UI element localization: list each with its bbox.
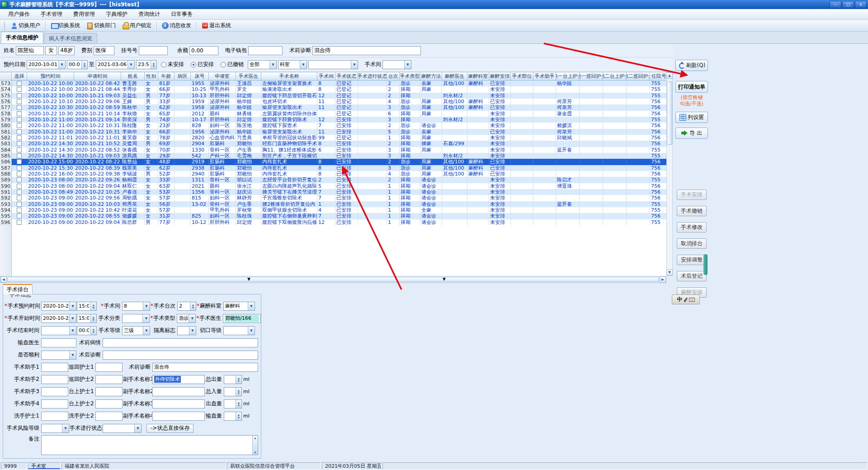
scrub-nurse1-field[interactable] [95,387,123,396]
table-row[interactable]: 5912020-10-23 08:492020-10-22 10:25卢春连女5… [0,189,666,195]
vertical-scroll-thumb[interactable] [667,81,672,145]
table-row[interactable]: 5792020-10-22 11:002020-10-21 09:14郭奕深男7… [0,117,666,123]
minimize-button[interactable]: — [830,1,841,8]
select-cell[interactable] [12,213,27,219]
column-header[interactable]: 年龄 [158,72,175,81]
column-header[interactable]: 第一台上护士 [556,72,580,81]
transfusion-doctor-field[interactable] [41,338,76,347]
select-cell[interactable] [12,81,27,86]
table-row[interactable]: 5822020-10-22 11:012020-10-22 11:01黄芙蓉女7… [0,135,666,141]
table-row[interactable]: 5932020-10-23 09:002020-10-22 10:03韩秀英女5… [0,201,666,207]
row-checkbox[interactable] [17,214,22,218]
select-cell[interactable] [12,117,27,123]
toolbar-button[interactable]: 消息收发 [159,21,194,31]
menu-item[interactable]: 日常事务 [165,10,198,19]
assistant3-field[interactable] [41,387,68,396]
preop-condition-field[interactable] [103,338,258,347]
toolbar-button[interactable]: 用户锁定 [119,21,155,31]
risk-grade-select[interactable]: ▼ [41,424,69,433]
select-cell[interactable] [12,141,27,147]
ime-pen-icon[interactable] [684,297,688,302]
column-header[interactable]: 手术助手 [533,72,556,81]
sub-surgery1-field[interactable]: 外痔切除术 [152,375,205,384]
sub-surgery2-field[interactable] [152,387,205,396]
row-checkbox[interactable] [17,141,22,146]
ime-language-indicator[interactable]: 中 [677,296,683,304]
assistant1-field[interactable] [41,363,68,372]
table-row[interactable]: 5842020-10-22 14:302020-10-22 08:52张春娥女7… [0,147,666,153]
surgeon-field[interactable]: 郑晓怡/166 [223,314,261,323]
room-select[interactable]: 8▼ [122,302,150,311]
date-from-picker[interactable]: 2020-10-01▼ [27,60,66,69]
column-header[interactable]: 申请时间 [74,72,121,81]
column-header[interactable]: 手术名称 [261,72,317,81]
toolbar-button[interactable]: 退出系统 [198,21,234,31]
menu-item[interactable]: 字典维护 [100,10,133,19]
column-settings-button[interactable]: 列设置 [675,112,708,123]
toolbar-button[interactable]: 切换用户 [8,21,43,31]
column-header[interactable]: 第二台上护士 [603,72,627,81]
select-cell[interactable] [12,147,27,153]
toolbar-button[interactable]: 切换部门 [83,21,119,31]
table-row[interactable]: 5952020-10-23 09:002020-10-22 08:55饶媛媛女3… [0,213,666,219]
assistant2-field[interactable] [41,375,68,384]
sub-surgery4-field[interactable] [152,412,205,421]
table-row[interactable]: 5752020-10-22 10:002020-10-21 09:03吴益生男7… [0,93,666,99]
select-cell[interactable] [12,183,27,189]
row-checkbox[interactable] [17,220,22,225]
export-button[interactable]: 导 出 [675,128,708,139]
action-button[interactable]: 安排调整 [677,255,707,265]
select-cell[interactable] [12,104,27,110]
assistant4-field[interactable] [41,399,68,408]
time-to-spinner[interactable]: 23:59▲▼ [136,60,157,69]
print-notice-button[interactable]: 打印通知单 [675,81,708,93]
side-panel-handle[interactable] [703,254,708,275]
circulating-nurse1-field[interactable] [95,363,123,372]
scroll-up-icon[interactable]: ▲ [666,72,673,79]
column-header[interactable]: 病区 [175,72,191,81]
row-checkbox[interactable] [17,171,22,176]
table-row[interactable]: 5922020-10-23 09:002020-10-22 09:56周钦娥女5… [0,195,666,201]
end-date-picker[interactable]: ▼ [41,326,76,335]
scope-select[interactable]: 全部▼ [248,60,277,69]
menu-item[interactable]: 手术管理 [35,10,68,19]
hand-wash-nurse1-field[interactable] [41,412,68,421]
select-cell[interactable] [12,93,27,99]
select-cell[interactable] [12,153,27,159]
column-header[interactable]: 床号 [191,72,209,81]
table-row[interactable]: 5872020-10-22 15:302020-10-22 08:39魏翠美女6… [0,165,666,171]
maximize-button[interactable]: □ [842,1,854,8]
patient-name-field[interactable]: 陈慧仙 [16,46,44,55]
scroll-right-icon[interactable]: ▶ [660,276,666,283]
column-header[interactable]: 手术医生 [236,72,261,81]
action-button[interactable]: 术后登记 [677,271,707,281]
menu-item[interactable]: 查询统计 [133,10,165,19]
row-checkbox[interactable] [17,153,22,158]
end-time-spinner[interactable]: 00:00▲▼ [77,326,97,335]
ime-bar[interactable]: 中 [672,294,700,304]
radio-scheduled[interactable]: 已安排 [191,61,214,68]
select-cell[interactable] [12,111,27,117]
select-cell[interactable] [12,135,27,141]
table-row[interactable]: 5942020-10-23 09:002020-10-22 10:42叶湛花女5… [0,207,666,213]
sub-surgery3-field[interactable] [152,399,205,408]
scroll-down-icon[interactable]: ▼ [666,269,673,275]
postop-diagnosis-field[interactable] [103,351,258,360]
table-row[interactable]: 5782020-10-22 10:302020-10-21 10:14李秋煥女6… [0,111,666,117]
select-cell[interactable] [12,189,27,195]
smooth-select[interactable]: ▼ [41,351,76,360]
row-checkbox[interactable] [17,190,22,195]
table-row[interactable]: 5852020-10-22 14:302020-10-21 09:03游凤娥女2… [0,153,666,159]
table-row[interactable]: 5962020-10-23 09:002020-10-22 09:04陈悲群男7… [0,219,666,225]
column-header[interactable]: 麻醉科室 [467,72,489,81]
column-header[interactable]: 麻醉医生 [442,72,467,81]
total-output-spinner[interactable]: ▲▼ [224,375,242,384]
row-checkbox[interactable] [17,184,22,189]
circulating-nurse2-field[interactable] [95,375,123,384]
appointment-date-picker[interactable]: 2020-10-22▼ [41,302,76,311]
table-row[interactable]: 5732020-10-22 10:002020-10-22 08:42曹玉茜女8… [0,81,666,86]
row-checkbox[interactable] [17,105,22,110]
anesthesia-dept-select[interactable]: 麻醉科▼ [223,302,255,311]
column-header[interactable]: 预约时间 [27,72,74,81]
column-header[interactable]: 麻醉方法 [420,72,442,81]
